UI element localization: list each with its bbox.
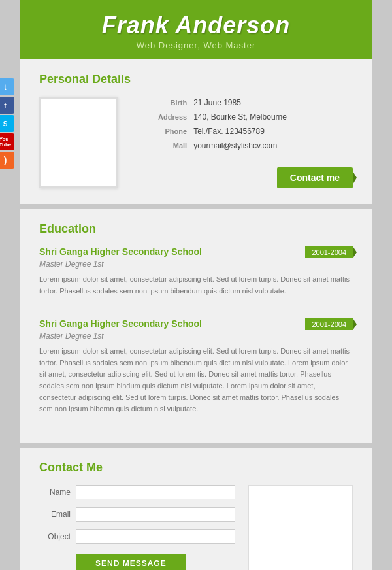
mail-label: Mail [135,141,192,154]
contact-section: Contact Me Name Email Object SEND MESSAG… [20,448,372,570]
edu-entry-1: Shri Ganga Higher Secondary School 2001-… [39,246,353,297]
mail-value: yourmail@stylishcv.com [193,141,351,154]
edu-desc-2: Lorem ipsum dolor sit amet, consectetur … [39,346,353,415]
name-input[interactable] [76,485,235,499]
skype-button[interactable]: S [0,115,14,132]
header: Frank Anderson Web Designer, Web Master [20,0,372,59]
details-table: Birth 21 June 1985 Address 140, Bourke S… [133,97,353,156]
name-row: Name [39,485,235,499]
edu-degree-1: Master Degree 1st [39,260,353,269]
email-row: Email [39,507,235,522]
email-input[interactable] [76,507,235,522]
education-section: Education Shri Ganga Higher Secondary Sc… [20,209,372,443]
edu-entry-2: Shri Ganga Higher Secondary School 2001-… [39,318,353,415]
object-row: Object [39,529,235,544]
edu-desc-1: Lorem ipsum dolor sit amet, consectetur … [39,274,353,297]
address-value: 140, Bourke St, Melbourne [193,112,351,126]
edu-school-2: Shri Ganga Higher Secondary School [39,318,202,329]
personal-section: Personal Details Birth 21 June 1985 Addr… [20,59,372,204]
twitter-button[interactable]: t [0,78,14,95]
edu-school-1: Shri Ganga Higher Secondary School [39,246,202,257]
header-title: Web Designer, Web Master [26,41,366,50]
personal-details: Birth 21 June 1985 Address 140, Bourke S… [39,97,353,188]
personal-section-title: Personal Details [39,73,353,86]
edu-year-2: 2001-2004 [305,318,353,330]
address-label: Address [135,112,192,126]
header-name: Frank Anderson [26,12,366,39]
birth-value: 21 June 1985 [193,98,351,111]
edu-header-1: Shri Ganga Higher Secondary School 2001-… [39,246,353,258]
contact-message-area [248,485,353,570]
edu-degree-2: Master Degree 1st [39,331,353,341]
phone-value: Tel./Fax. 123456789 [193,127,351,140]
phone-label: Phone [135,127,192,140]
object-input[interactable] [76,529,235,544]
edu-divider [39,309,353,309]
social-sidebar: t f S YouTube ) [0,78,14,169]
name-label: Name [39,488,76,497]
facebook-button[interactable]: f [0,97,14,114]
edu-year-1: 2001-2004 [305,246,353,258]
photo-box [39,97,118,188]
send-message-button[interactable]: SEND MESSAGE [76,554,186,570]
object-label: Object [39,532,76,541]
birth-label: Birth [135,98,192,111]
email-label: Email [39,510,76,519]
contact-section-title: Contact Me [39,461,353,475]
education-section-title: Education [39,222,353,236]
contact-form-layout: Name Email Object SEND MESSAGE [39,485,353,570]
rss-button[interactable]: ) [0,152,14,169]
contact-me-button[interactable]: Contact me [277,167,353,188]
edu-header-2: Shri Ganga Higher Secondary School 2001-… [39,318,353,330]
youtube-button[interactable]: YouTube [0,133,14,150]
contact-form-left: Name Email Object SEND MESSAGE [39,485,235,570]
